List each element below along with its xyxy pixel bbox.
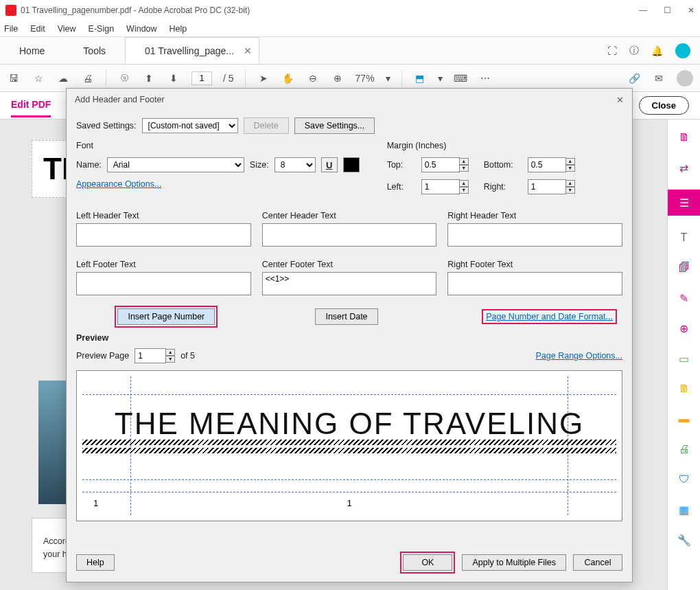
font-name-label: Name: — [76, 160, 102, 170]
preview-page-input[interactable] — [135, 348, 166, 363]
tab-close-icon[interactable]: ✕ — [244, 45, 252, 56]
right-footer-input[interactable] — [447, 272, 622, 295]
tool-media-icon[interactable]: ▦ — [676, 501, 692, 518]
insert-page-number-button[interactable]: Insert Page Number — [117, 308, 215, 325]
tool-organize-icon[interactable]: 🗐 — [676, 260, 692, 276]
page-range-options-link[interactable]: Page Range Options... — [536, 351, 622, 361]
screen-icon[interactable]: ⛶ — [607, 45, 617, 56]
bottom-input[interactable] — [528, 157, 566, 172]
tool-comment-icon[interactable]: ▬ — [676, 411, 692, 427]
tab-tools[interactable]: Tools — [64, 37, 125, 64]
tab-document[interactable]: 01 Travelling_page... ✕ — [125, 37, 259, 64]
underline-icon[interactable]: U — [321, 157, 338, 172]
menu-window[interactable]: Window — [126, 24, 156, 34]
save-settings-button[interactable]: Save Settings... — [294, 117, 375, 134]
help-button[interactable]: Help — [76, 554, 115, 571]
dialog-close-icon[interactable]: ✕ — [616, 95, 624, 105]
mode-edit-pdf[interactable]: Edit PDF — [11, 93, 51, 117]
arrow-up-icon[interactable]: ⬆ — [142, 71, 156, 85]
tool-sign-icon[interactable]: ✎ — [676, 290, 692, 306]
chevron-down-icon[interactable]: ▾ — [386, 73, 390, 84]
spin-up-icon[interactable]: ▲ — [565, 180, 575, 187]
close-button[interactable]: Close — [639, 96, 689, 115]
preview-label: Preview — [76, 333, 622, 343]
spin-down-icon[interactable]: ▼ — [459, 187, 469, 194]
tab-home[interactable]: Home — [0, 37, 64, 64]
menu-esign[interactable]: E-Sign — [89, 24, 115, 34]
left-header-input[interactable] — [76, 223, 251, 247]
font-name-select[interactable]: Arial — [107, 157, 244, 172]
bell-icon[interactable]: 🔔 — [651, 45, 663, 56]
menu-view[interactable]: View — [58, 24, 76, 34]
menu-edit[interactable]: Edit — [30, 24, 45, 34]
right-input[interactable] — [528, 179, 566, 194]
zoom-in-icon[interactable]: ⊕ — [331, 71, 345, 85]
avatar[interactable] — [675, 43, 690, 58]
saved-settings-select[interactable]: [Custom-not saved] — [142, 118, 238, 133]
tool-protect-icon[interactable]: 🛡 — [676, 471, 692, 488]
spin-down-icon[interactable]: ▼ — [565, 187, 575, 194]
print-icon[interactable]: 🖨 — [81, 71, 95, 85]
saved-settings-label: Saved Settings: — [76, 121, 137, 131]
tool-scan-icon[interactable]: 🖨 — [676, 441, 692, 457]
more-icon[interactable]: ⋯ — [478, 71, 492, 85]
profile-icon[interactable] — [677, 70, 693, 87]
star-icon[interactable]: ☆ — [32, 71, 45, 85]
hand-icon[interactable]: ✋ — [281, 71, 295, 85]
spin-down-icon[interactable]: ▼ — [459, 165, 469, 172]
cloud-icon[interactable]: ☁ — [56, 71, 70, 85]
tool-create-pdf-icon[interactable]: 🗎 — [676, 129, 692, 146]
maximize-icon[interactable]: ☐ — [664, 5, 671, 15]
spin-up-icon[interactable]: ▲ — [165, 349, 175, 356]
insert-date-button[interactable]: Insert Date — [315, 308, 377, 325]
minimize-icon[interactable]: — — [639, 5, 647, 15]
top-input[interactable] — [421, 157, 460, 172]
spin-down-icon[interactable]: ▼ — [165, 356, 175, 363]
left-input[interactable] — [421, 179, 460, 194]
mail-icon[interactable]: ✉ — [652, 71, 666, 85]
tool-export-icon[interactable]: ⇄ — [676, 159, 692, 176]
tool-edit-icon[interactable]: ☰ — [668, 190, 701, 216]
center-footer-input[interactable]: <<1>> — [262, 272, 437, 295]
spin-up-icon[interactable]: ▲ — [459, 158, 469, 165]
spin-up-icon[interactable]: ▲ — [459, 180, 469, 187]
chevron-down-icon[interactable]: ▾ — [438, 73, 443, 84]
cancel-button[interactable]: Cancel — [573, 554, 622, 571]
save-icon[interactable]: 🖫 — [7, 71, 21, 85]
right-footer-label: Right Footer Text — [447, 260, 622, 269]
arrow-down-icon[interactable]: ⬇ — [167, 71, 180, 85]
page-number-date-format-link[interactable]: Page Number and Date Format... — [486, 312, 613, 321]
menu-file[interactable]: File — [4, 24, 18, 34]
ok-button[interactable]: OK — [403, 554, 452, 571]
apply-multiple-button[interactable]: Apply to Multiple Files — [462, 554, 566, 571]
pointer-icon[interactable]: ➤ — [257, 71, 270, 85]
font-color-picker[interactable] — [343, 157, 360, 172]
tool-compress-icon[interactable]: 🗎 — [676, 381, 692, 397]
link-icon[interactable]: 🔗 — [627, 71, 641, 85]
tool-text-icon[interactable]: T — [676, 229, 692, 246]
top-label: Top: — [387, 160, 416, 170]
left-footer-input[interactable] — [76, 272, 251, 295]
tool-more-icon[interactable]: 🔧 — [676, 532, 692, 548]
help-icon[interactable]: ⓘ — [629, 45, 639, 57]
delete-button[interactable]: Delete — [244, 117, 289, 134]
page-view-icon[interactable]: ⬒ — [413, 71, 427, 85]
tool-combine-icon[interactable]: ⊕ — [676, 320, 692, 337]
right-header-input[interactable] — [447, 223, 622, 247]
appearance-options-link[interactable]: Appearance Options... — [76, 179, 161, 189]
bottom-label: Bottom: — [484, 160, 522, 170]
zoom-level[interactable]: 77% — [355, 73, 375, 84]
close-icon[interactable]: ✕ — [688, 5, 695, 15]
font-group-label: Font — [76, 141, 360, 150]
keyboard-icon[interactable]: ⌨ — [454, 71, 467, 85]
page-input[interactable] — [191, 71, 212, 85]
margin-group-label: Margin (Inches) — [387, 141, 622, 150]
center-header-input[interactable] — [262, 223, 437, 247]
zoom-fit-icon[interactable]: ⦾ — [117, 71, 131, 85]
menu-help[interactable]: Help — [170, 24, 187, 34]
tool-redact-icon[interactable]: ▭ — [676, 350, 692, 367]
spin-down-icon[interactable]: ▼ — [565, 165, 575, 172]
zoom-out-icon[interactable]: ⊖ — [306, 71, 320, 85]
font-size-select[interactable]: 8 — [275, 157, 316, 172]
spin-up-icon[interactable]: ▲ — [565, 158, 575, 165]
